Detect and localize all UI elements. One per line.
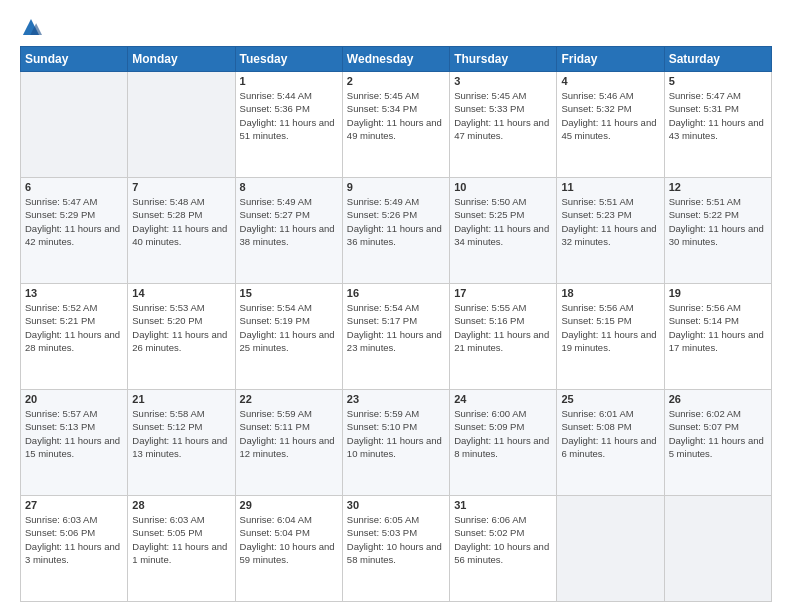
calendar-cell: 26Sunrise: 6:02 AM Sunset: 5:07 PM Dayli…	[664, 390, 771, 496]
calendar-cell: 9Sunrise: 5:49 AM Sunset: 5:26 PM Daylig…	[342, 178, 449, 284]
day-info: Sunrise: 5:51 AM Sunset: 5:22 PM Dayligh…	[669, 195, 767, 248]
day-number: 5	[669, 75, 767, 87]
calendar-header-thursday: Thursday	[450, 47, 557, 72]
day-number: 16	[347, 287, 445, 299]
calendar-cell: 15Sunrise: 5:54 AM Sunset: 5:19 PM Dayli…	[235, 284, 342, 390]
day-number: 28	[132, 499, 230, 511]
day-info: Sunrise: 5:50 AM Sunset: 5:25 PM Dayligh…	[454, 195, 552, 248]
day-info: Sunrise: 5:54 AM Sunset: 5:17 PM Dayligh…	[347, 301, 445, 354]
day-info: Sunrise: 5:47 AM Sunset: 5:29 PM Dayligh…	[25, 195, 123, 248]
day-number: 31	[454, 499, 552, 511]
calendar-cell: 12Sunrise: 5:51 AM Sunset: 5:22 PM Dayli…	[664, 178, 771, 284]
day-number: 23	[347, 393, 445, 405]
calendar-cell: 27Sunrise: 6:03 AM Sunset: 5:06 PM Dayli…	[21, 496, 128, 602]
day-info: Sunrise: 5:49 AM Sunset: 5:27 PM Dayligh…	[240, 195, 338, 248]
calendar-cell: 10Sunrise: 5:50 AM Sunset: 5:25 PM Dayli…	[450, 178, 557, 284]
day-info: Sunrise: 5:45 AM Sunset: 5:33 PM Dayligh…	[454, 89, 552, 142]
calendar-week-3: 13Sunrise: 5:52 AM Sunset: 5:21 PM Dayli…	[21, 284, 772, 390]
page: SundayMondayTuesdayWednesdayThursdayFrid…	[0, 0, 792, 612]
day-info: Sunrise: 5:53 AM Sunset: 5:20 PM Dayligh…	[132, 301, 230, 354]
day-number: 29	[240, 499, 338, 511]
calendar-cell	[21, 72, 128, 178]
day-number: 15	[240, 287, 338, 299]
calendar-cell: 22Sunrise: 5:59 AM Sunset: 5:11 PM Dayli…	[235, 390, 342, 496]
day-info: Sunrise: 6:05 AM Sunset: 5:03 PM Dayligh…	[347, 513, 445, 566]
day-info: Sunrise: 5:55 AM Sunset: 5:16 PM Dayligh…	[454, 301, 552, 354]
day-info: Sunrise: 5:51 AM Sunset: 5:23 PM Dayligh…	[561, 195, 659, 248]
day-info: Sunrise: 6:03 AM Sunset: 5:06 PM Dayligh…	[25, 513, 123, 566]
day-number: 9	[347, 181, 445, 193]
day-number: 3	[454, 75, 552, 87]
day-number: 1	[240, 75, 338, 87]
calendar-week-1: 1Sunrise: 5:44 AM Sunset: 5:36 PM Daylig…	[21, 72, 772, 178]
calendar-cell: 11Sunrise: 5:51 AM Sunset: 5:23 PM Dayli…	[557, 178, 664, 284]
day-info: Sunrise: 6:00 AM Sunset: 5:09 PM Dayligh…	[454, 407, 552, 460]
day-info: Sunrise: 5:48 AM Sunset: 5:28 PM Dayligh…	[132, 195, 230, 248]
calendar-week-4: 20Sunrise: 5:57 AM Sunset: 5:13 PM Dayli…	[21, 390, 772, 496]
day-info: Sunrise: 5:44 AM Sunset: 5:36 PM Dayligh…	[240, 89, 338, 142]
calendar-cell: 3Sunrise: 5:45 AM Sunset: 5:33 PM Daylig…	[450, 72, 557, 178]
calendar-cell: 2Sunrise: 5:45 AM Sunset: 5:34 PM Daylig…	[342, 72, 449, 178]
calendar-cell	[664, 496, 771, 602]
day-info: Sunrise: 6:01 AM Sunset: 5:08 PM Dayligh…	[561, 407, 659, 460]
day-number: 4	[561, 75, 659, 87]
day-number: 22	[240, 393, 338, 405]
calendar-cell: 31Sunrise: 6:06 AM Sunset: 5:02 PM Dayli…	[450, 496, 557, 602]
calendar-cell: 18Sunrise: 5:56 AM Sunset: 5:15 PM Dayli…	[557, 284, 664, 390]
logo	[20, 16, 46, 38]
calendar-cell: 19Sunrise: 5:56 AM Sunset: 5:14 PM Dayli…	[664, 284, 771, 390]
calendar-cell: 13Sunrise: 5:52 AM Sunset: 5:21 PM Dayli…	[21, 284, 128, 390]
calendar-cell: 14Sunrise: 5:53 AM Sunset: 5:20 PM Dayli…	[128, 284, 235, 390]
day-info: Sunrise: 6:04 AM Sunset: 5:04 PM Dayligh…	[240, 513, 338, 566]
day-info: Sunrise: 5:49 AM Sunset: 5:26 PM Dayligh…	[347, 195, 445, 248]
day-info: Sunrise: 5:56 AM Sunset: 5:15 PM Dayligh…	[561, 301, 659, 354]
calendar-week-5: 27Sunrise: 6:03 AM Sunset: 5:06 PM Dayli…	[21, 496, 772, 602]
calendar-cell	[557, 496, 664, 602]
calendar-cell: 30Sunrise: 6:05 AM Sunset: 5:03 PM Dayli…	[342, 496, 449, 602]
day-number: 24	[454, 393, 552, 405]
calendar-header-saturday: Saturday	[664, 47, 771, 72]
day-number: 21	[132, 393, 230, 405]
day-number: 14	[132, 287, 230, 299]
day-info: Sunrise: 6:03 AM Sunset: 5:05 PM Dayligh…	[132, 513, 230, 566]
calendar-cell	[128, 72, 235, 178]
calendar-header-row: SundayMondayTuesdayWednesdayThursdayFrid…	[21, 47, 772, 72]
day-number: 25	[561, 393, 659, 405]
day-number: 11	[561, 181, 659, 193]
day-info: Sunrise: 6:02 AM Sunset: 5:07 PM Dayligh…	[669, 407, 767, 460]
header	[20, 16, 772, 38]
calendar-cell: 6Sunrise: 5:47 AM Sunset: 5:29 PM Daylig…	[21, 178, 128, 284]
calendar-cell: 28Sunrise: 6:03 AM Sunset: 5:05 PM Dayli…	[128, 496, 235, 602]
day-number: 2	[347, 75, 445, 87]
day-number: 17	[454, 287, 552, 299]
logo-icon	[20, 16, 42, 38]
calendar-cell: 8Sunrise: 5:49 AM Sunset: 5:27 PM Daylig…	[235, 178, 342, 284]
calendar-cell: 20Sunrise: 5:57 AM Sunset: 5:13 PM Dayli…	[21, 390, 128, 496]
calendar-week-2: 6Sunrise: 5:47 AM Sunset: 5:29 PM Daylig…	[21, 178, 772, 284]
day-number: 13	[25, 287, 123, 299]
day-info: Sunrise: 5:54 AM Sunset: 5:19 PM Dayligh…	[240, 301, 338, 354]
calendar-cell: 25Sunrise: 6:01 AM Sunset: 5:08 PM Dayli…	[557, 390, 664, 496]
day-info: Sunrise: 5:57 AM Sunset: 5:13 PM Dayligh…	[25, 407, 123, 460]
calendar-cell: 24Sunrise: 6:00 AM Sunset: 5:09 PM Dayli…	[450, 390, 557, 496]
day-info: Sunrise: 5:59 AM Sunset: 5:10 PM Dayligh…	[347, 407, 445, 460]
day-number: 18	[561, 287, 659, 299]
day-number: 7	[132, 181, 230, 193]
calendar-table: SundayMondayTuesdayWednesdayThursdayFrid…	[20, 46, 772, 602]
day-info: Sunrise: 5:52 AM Sunset: 5:21 PM Dayligh…	[25, 301, 123, 354]
day-info: Sunrise: 5:59 AM Sunset: 5:11 PM Dayligh…	[240, 407, 338, 460]
day-number: 6	[25, 181, 123, 193]
day-number: 12	[669, 181, 767, 193]
calendar-header-tuesday: Tuesday	[235, 47, 342, 72]
calendar-cell: 4Sunrise: 5:46 AM Sunset: 5:32 PM Daylig…	[557, 72, 664, 178]
calendar-header-monday: Monday	[128, 47, 235, 72]
calendar-cell: 29Sunrise: 6:04 AM Sunset: 5:04 PM Dayli…	[235, 496, 342, 602]
calendar-cell: 5Sunrise: 5:47 AM Sunset: 5:31 PM Daylig…	[664, 72, 771, 178]
day-info: Sunrise: 5:56 AM Sunset: 5:14 PM Dayligh…	[669, 301, 767, 354]
calendar-cell: 23Sunrise: 5:59 AM Sunset: 5:10 PM Dayli…	[342, 390, 449, 496]
day-number: 20	[25, 393, 123, 405]
calendar-cell: 7Sunrise: 5:48 AM Sunset: 5:28 PM Daylig…	[128, 178, 235, 284]
calendar-cell: 1Sunrise: 5:44 AM Sunset: 5:36 PM Daylig…	[235, 72, 342, 178]
calendar-cell: 17Sunrise: 5:55 AM Sunset: 5:16 PM Dayli…	[450, 284, 557, 390]
day-info: Sunrise: 5:46 AM Sunset: 5:32 PM Dayligh…	[561, 89, 659, 142]
